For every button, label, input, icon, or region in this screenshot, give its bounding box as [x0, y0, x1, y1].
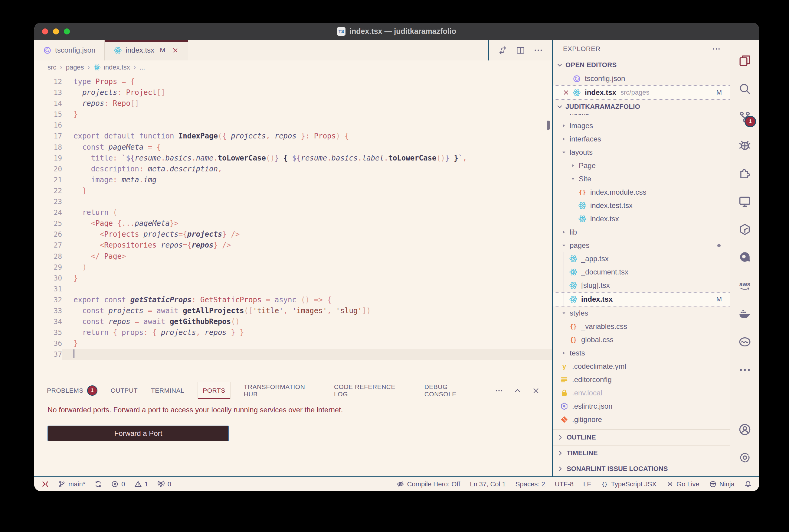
forward-port-button[interactable]: Forward a Port [48, 425, 229, 441]
status-item-main-[interactable]: main* [58, 480, 85, 488]
open-editor-item[interactable]: tsconfig.json [553, 72, 730, 85]
close-button[interactable] [42, 28, 48, 35]
status-item-lf[interactable]: LF [583, 480, 591, 488]
code-line[interactable]: 29 ) [34, 262, 552, 273]
code-line[interactable]: 30} [34, 273, 552, 284]
code-line[interactable]: 13 projects: Project[] [34, 87, 552, 98]
code-editor[interactable]: 12type Props = {13 projects: Project[]14… [34, 74, 552, 379]
activity-more-icon[interactable] [730, 356, 759, 384]
activity-quokka-icon[interactable] [730, 243, 759, 271]
status-item-1[interactable]: 1 [134, 480, 148, 488]
explorer-item[interactable]: styles [553, 306, 730, 320]
chevron-up-icon[interactable] [513, 386, 521, 395]
breadcrumb-item[interactable]: index.tsx [93, 63, 130, 71]
code-line[interactable]: 37 [34, 349, 552, 360]
code-line[interactable]: 31 [34, 284, 552, 294]
panel-tab-output[interactable]: OUTPUT [111, 382, 137, 399]
explorer-item[interactable]: y.codeclimate.yml [553, 360, 730, 373]
status-item-ln-37-col-1[interactable]: Ln 37, Col 1 [470, 480, 506, 488]
breadcrumb-item[interactable]: ... [140, 63, 145, 71]
explorer-item[interactable]: Site [553, 172, 730, 186]
panel-tab-transformation-hub[interactable]: TRANSFORMATION HUB [244, 382, 321, 399]
split-icon[interactable] [516, 46, 525, 55]
code-line[interactable]: 35 return { props: { projects, repos } } [34, 327, 552, 338]
status-item-typescript-jsx[interactable]: {}TypeScript JSX [601, 480, 657, 488]
activity-source-control-icon[interactable]: 1 [730, 103, 759, 131]
panel-tab-terminal[interactable]: TERMINAL [151, 382, 184, 399]
code-line[interactable]: 26 <Projects projects={projects} /> [34, 229, 552, 240]
code-line[interactable]: 27 <Repositories repos={repos} /> [34, 240, 552, 251]
activity-monitor-icon[interactable] [730, 187, 759, 215]
minimize-button[interactable] [53, 28, 59, 35]
code-line[interactable]: 25 <Page {...pageMeta}> [34, 218, 552, 229]
status-item-spaces-2[interactable]: Spaces: 2 [515, 480, 545, 488]
status-item-0[interactable]: 0 [111, 480, 125, 488]
explorer-item[interactable]: tests [553, 346, 730, 360]
activity-account-icon[interactable] [730, 415, 759, 443]
explorer-item[interactable]: lib [553, 226, 730, 239]
more-icon[interactable] [712, 45, 721, 53]
code-line[interactable]: 19 title: `${resume.basics.name.toLowerC… [34, 153, 552, 164]
explorer-item[interactable]: _document.tsx [553, 265, 730, 279]
editor-tab-index.tsx[interactable]: index.tsxM [104, 40, 188, 60]
status-item[interactable] [94, 480, 102, 488]
status-item-ninja[interactable]: Ninja [709, 480, 735, 488]
code-line[interactable]: 21 image: meta.img [34, 174, 552, 185]
explorer-item[interactable]: index.tsxM [553, 292, 730, 306]
code-line[interactable]: 17export default function IndexPage({ pr… [34, 131, 552, 141]
open-editors-header[interactable]: OPEN EDITORS [553, 58, 730, 72]
sidebar-section-sonarlint-issue-locations[interactable]: SONARLINT ISSUE LOCATIONS [553, 461, 730, 476]
activity-wave-icon[interactable] [730, 328, 759, 356]
breadcrumb-item[interactable]: pages [66, 63, 84, 71]
panel-tab-problems[interactable]: PROBLEMS1 [47, 382, 97, 399]
code-line[interactable]: 24 return ( [34, 207, 552, 218]
explorer-item[interactable]: pages [553, 239, 730, 252]
panel-tab-code-reference-log[interactable]: CODE REFERENCE LOG [334, 382, 411, 399]
explorer-item[interactable]: Page [553, 159, 730, 172]
explorer-item[interactable]: _app.tsx [553, 252, 730, 265]
explorer-item[interactable]: .prettierrc [553, 426, 730, 429]
activity-extensions-icon[interactable] [730, 159, 759, 187]
code-line[interactable]: 36} [34, 338, 552, 349]
panel-tab-debug-console[interactable]: DEBUG CONSOLE [424, 382, 482, 399]
explorer-item[interactable]: [slug].tsx [553, 279, 730, 292]
compare-icon[interactable] [498, 46, 507, 55]
activity-gear-icon[interactable] [730, 443, 759, 472]
breadcrumb-item[interactable]: src [48, 63, 56, 71]
explorer-item[interactable]: images [553, 119, 730, 132]
status-item-utf-8[interactable]: UTF-8 [555, 480, 574, 488]
panel-tab-ports[interactable]: PORTS [198, 382, 230, 399]
project-root-header[interactable]: JUDITKARAMAZFOLIO [553, 100, 730, 114]
explorer-item[interactable]: .eslintrc.json [553, 400, 730, 413]
explorer-item[interactable]: {}index.module.css [553, 186, 730, 199]
status-item[interactable] [744, 480, 752, 488]
sidebar-section-timeline[interactable]: TIMELINE [553, 445, 730, 461]
explorer-item[interactable]: layouts [553, 146, 730, 159]
open-editor-item[interactable]: index.tsxsrc/pagesM [553, 85, 730, 100]
code-line[interactable]: 12type Props = { [34, 76, 552, 87]
code-line[interactable]: 22 } [34, 185, 552, 196]
scrollbar-thumb[interactable] [547, 120, 550, 130]
activity-docker-icon[interactable] [730, 300, 759, 328]
activity-aws-icon[interactable]: aws [730, 271, 759, 300]
close-icon[interactable] [532, 386, 540, 395]
explorer-item[interactable]: index.tsx [553, 212, 730, 226]
explorer-item[interactable]: index.test.tsx [553, 199, 730, 212]
activity-hexagon-icon[interactable] [730, 215, 759, 243]
status-item-go-live[interactable]: Go Live [666, 480, 699, 488]
code-line[interactable]: 32export const getStaticProps: GetStatic… [34, 294, 552, 305]
editor-tab-tsconfig.json[interactable]: tsconfig.json [34, 40, 104, 60]
explorer-item[interactable]: {}global.css [553, 333, 730, 346]
activity-search-icon[interactable] [730, 75, 759, 103]
code-line[interactable]: 33 const projects = await getAllProjects… [34, 305, 552, 316]
code-line[interactable]: 28 </ Page> [34, 251, 552, 262]
explorer-item[interactable]: hooks [553, 114, 730, 119]
zoom-button[interactable] [64, 28, 70, 35]
close-icon[interactable] [563, 89, 570, 96]
close-icon[interactable] [172, 47, 179, 54]
explorer-item[interactable]: interfaces [553, 132, 730, 146]
explorer-item[interactable]: .env.local [553, 386, 730, 400]
activity-debug-icon[interactable] [730, 131, 759, 159]
code-line[interactable]: 34 const repos = await getGithubRepos() [34, 316, 552, 327]
code-line[interactable]: 20 description: meta.description, [34, 164, 552, 174]
